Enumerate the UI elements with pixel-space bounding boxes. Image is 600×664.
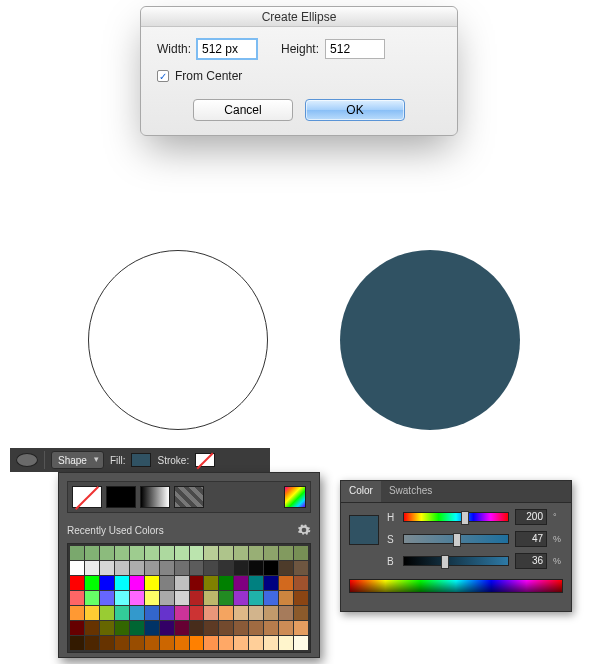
swatch-cell[interactable]: [264, 561, 278, 575]
swatch-cell[interactable]: [219, 621, 233, 635]
swatch-cell[interactable]: [249, 606, 263, 620]
swatch-cell[interactable]: [264, 546, 278, 560]
swatch-cell[interactable]: [219, 591, 233, 605]
swatch-cell[interactable]: [234, 561, 248, 575]
from-center-checkbox[interactable]: ✓: [157, 70, 169, 82]
color-picker-icon[interactable]: [284, 486, 306, 508]
fill-mode-solid-icon[interactable]: [106, 486, 136, 508]
swatch-cell[interactable]: [279, 546, 293, 560]
swatch-cell[interactable]: [264, 576, 278, 590]
swatch-cell[interactable]: [234, 591, 248, 605]
swatch-cell[interactable]: [204, 636, 218, 650]
swatch-cell[interactable]: [160, 621, 174, 635]
swatch-cell[interactable]: [190, 546, 204, 560]
swatch-cell[interactable]: [264, 621, 278, 635]
swatch-cell[interactable]: [145, 606, 159, 620]
swatch-cell[interactable]: [204, 606, 218, 620]
swatch-cell[interactable]: [145, 621, 159, 635]
swatch-cell[interactable]: [115, 621, 129, 635]
swatch-cell[interactable]: [160, 561, 174, 575]
swatch-cell[interactable]: [115, 606, 129, 620]
current-color-swatch[interactable]: [349, 515, 379, 545]
swatch-cell[interactable]: [70, 621, 84, 635]
swatch-cell[interactable]: [130, 591, 144, 605]
swatch-cell[interactable]: [175, 636, 189, 650]
swatch-cell[interactable]: [175, 591, 189, 605]
swatch-cell[interactable]: [249, 561, 263, 575]
swatch-cell[interactable]: [219, 606, 233, 620]
swatch-cell[interactable]: [115, 636, 129, 650]
swatch-cell[interactable]: [115, 591, 129, 605]
swatch-cell[interactable]: [279, 636, 293, 650]
swatch-cell[interactable]: [70, 561, 84, 575]
swatch-cell[interactable]: [130, 606, 144, 620]
bri-slider[interactable]: [403, 556, 509, 566]
height-input[interactable]: [325, 39, 385, 59]
swatch-cell[interactable]: [100, 606, 114, 620]
swatch-cell[interactable]: [219, 576, 233, 590]
swatch-cell[interactable]: [130, 561, 144, 575]
sat-slider[interactable]: [403, 534, 509, 544]
swatch-cell[interactable]: [160, 606, 174, 620]
tab-color[interactable]: Color: [341, 481, 381, 502]
swatch-cell[interactable]: [204, 591, 218, 605]
swatch-cell[interactable]: [100, 576, 114, 590]
swatch-cell[interactable]: [249, 591, 263, 605]
swatch-cell[interactable]: [204, 561, 218, 575]
swatch-cell[interactable]: [85, 561, 99, 575]
swatch-cell[interactable]: [85, 576, 99, 590]
swatch-cell[interactable]: [85, 546, 99, 560]
swatch-cell[interactable]: [294, 561, 308, 575]
swatch-cell[interactable]: [175, 621, 189, 635]
swatch-cell[interactable]: [175, 546, 189, 560]
swatch-cell[interactable]: [130, 546, 144, 560]
swatch-cell[interactable]: [190, 561, 204, 575]
swatch-cell[interactable]: [264, 606, 278, 620]
swatch-cell[interactable]: [115, 546, 129, 560]
swatch-cell[interactable]: [160, 591, 174, 605]
spectrum-ramp[interactable]: [349, 579, 563, 593]
swatch-cell[interactable]: [85, 621, 99, 635]
fill-mode-gradient-icon[interactable]: [140, 486, 170, 508]
swatch-cell[interactable]: [279, 606, 293, 620]
swatch-cell[interactable]: [279, 576, 293, 590]
tab-swatches[interactable]: Swatches: [381, 481, 440, 502]
gear-icon[interactable]: [297, 523, 311, 537]
swatch-cell[interactable]: [204, 621, 218, 635]
color-swatch-grid[interactable]: [67, 543, 311, 653]
swatch-cell[interactable]: [100, 636, 114, 650]
swatch-cell[interactable]: [264, 636, 278, 650]
bri-value[interactable]: 36: [515, 553, 547, 569]
swatch-cell[interactable]: [294, 636, 308, 650]
swatch-cell[interactable]: [70, 591, 84, 605]
swatch-cell[interactable]: [85, 606, 99, 620]
width-input[interactable]: [197, 39, 257, 59]
swatch-cell[interactable]: [160, 636, 174, 650]
swatch-cell[interactable]: [130, 621, 144, 635]
swatch-cell[interactable]: [190, 621, 204, 635]
swatch-cell[interactable]: [190, 606, 204, 620]
swatch-cell[interactable]: [264, 591, 278, 605]
stroke-swatch[interactable]: [195, 453, 215, 467]
swatch-cell[interactable]: [190, 636, 204, 650]
swatch-cell[interactable]: [219, 636, 233, 650]
swatch-cell[interactable]: [219, 561, 233, 575]
swatch-cell[interactable]: [294, 546, 308, 560]
swatch-cell[interactable]: [279, 561, 293, 575]
swatch-cell[interactable]: [175, 576, 189, 590]
swatch-cell[interactable]: [130, 576, 144, 590]
ok-button[interactable]: OK: [305, 99, 405, 121]
swatch-cell[interactable]: [145, 546, 159, 560]
swatch-cell[interactable]: [100, 621, 114, 635]
swatch-cell[interactable]: [70, 576, 84, 590]
swatch-cell[interactable]: [130, 636, 144, 650]
swatch-cell[interactable]: [294, 591, 308, 605]
swatch-cell[interactable]: [294, 606, 308, 620]
swatch-cell[interactable]: [234, 636, 248, 650]
swatch-cell[interactable]: [234, 576, 248, 590]
swatch-cell[interactable]: [279, 621, 293, 635]
swatch-cell[interactable]: [100, 591, 114, 605]
swatch-cell[interactable]: [145, 576, 159, 590]
swatch-cell[interactable]: [100, 561, 114, 575]
swatch-cell[interactable]: [219, 546, 233, 560]
